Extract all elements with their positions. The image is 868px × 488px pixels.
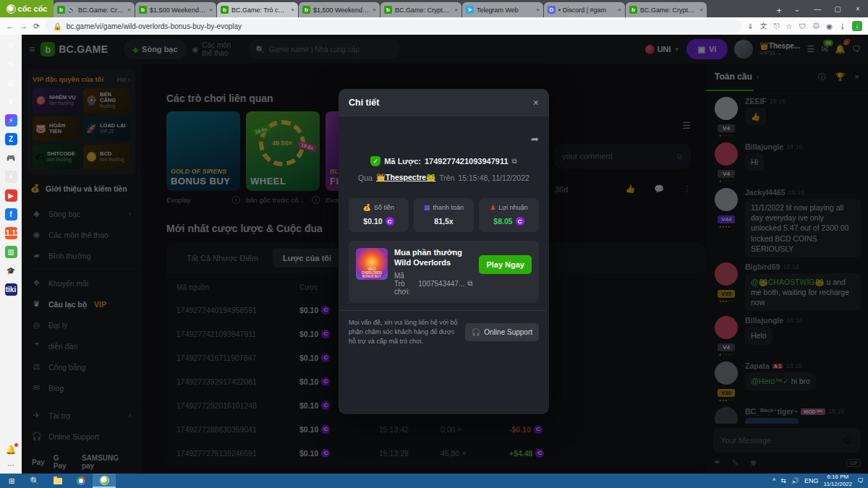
toolbar-icon[interactable]: ⭳ bbox=[839, 22, 846, 30]
tab-close-icon[interactable]: × bbox=[373, 7, 376, 13]
verified-shield-icon: ✓ bbox=[370, 156, 380, 166]
start-button[interactable]: ⊞ bbox=[0, 474, 23, 488]
new-tab-button[interactable]: + bbox=[771, 3, 787, 17]
reload-button[interactable]: ⟳ bbox=[33, 22, 40, 31]
network-icon[interactable]: ⇆ bbox=[780, 477, 786, 484]
coccoc-logo-icon bbox=[7, 4, 16, 14]
tab-title: $1,500 Weekend Evo bbox=[150, 7, 206, 14]
tab-audio-icon[interactable]: 🔊 bbox=[68, 7, 75, 13]
idm-download-icon[interactable]: ↓ bbox=[852, 21, 862, 31]
tab-title: BC.Game: Crypto Ca bbox=[640, 7, 697, 14]
browser-tab[interactable]: b 🔊 BC.Game: Crypto × bbox=[54, 2, 135, 17]
bet-details-modal: Chi tiết × ➦ ✓ Mã Lược: 1749277421093947… bbox=[339, 89, 549, 414]
tab-close-icon[interactable]: × bbox=[454, 7, 458, 13]
tab-title: BC.Game: Crypto bbox=[78, 7, 124, 14]
tab-search-icon[interactable]: ⌄ bbox=[787, 5, 807, 13]
window-controls: ⌄ — ▢ × bbox=[787, 0, 868, 17]
tab-title: • Discord | #gam bbox=[558, 7, 615, 14]
side-rail-icon[interactable]: ▤ bbox=[5, 77, 17, 89]
more-icon[interactable]: ⋯ bbox=[7, 461, 14, 469]
forward-button[interactable]: → bbox=[20, 22, 27, 30]
tab-title: Telegram Web bbox=[477, 7, 533, 14]
side-rail-icon[interactable]: ⚡ bbox=[5, 114, 17, 127]
tab-close-icon[interactable]: × bbox=[127, 7, 131, 13]
modal-title: Chi tiết bbox=[349, 98, 379, 108]
side-rail-icon[interactable]: Z bbox=[5, 133, 17, 145]
file-explorer-icon[interactable] bbox=[46, 474, 69, 488]
online-support-button[interactable]: 🎧 Online Support bbox=[465, 323, 539, 341]
toolbar-icon[interactable]: 🛡 bbox=[799, 22, 807, 30]
close-window-button[interactable]: × bbox=[848, 5, 868, 13]
modal-close-icon[interactable]: × bbox=[533, 97, 539, 108]
volume-icon[interactable]: 🔊 bbox=[791, 477, 799, 484]
side-rail-icon[interactable]: ♛ bbox=[5, 95, 17, 108]
tab-close-icon[interactable]: × bbox=[618, 7, 621, 13]
minimize-button[interactable]: — bbox=[807, 5, 827, 13]
side-rail-icon[interactable]: + bbox=[5, 171, 17, 183]
browser-tab[interactable]: b BC.Game: Crypto Ca × bbox=[380, 2, 461, 17]
share-icon[interactable]: ➦ bbox=[531, 134, 539, 145]
coccoc-brand-button[interactable]: cốc cốc bbox=[0, 0, 54, 17]
side-rail-icon[interactable]: ▥ bbox=[5, 246, 17, 258]
toolbar-icon[interactable]: ⇓ bbox=[747, 22, 753, 30]
stat-icon: 💰 bbox=[363, 204, 371, 211]
player-name[interactable]: 👑Thespectre🐸 bbox=[376, 173, 435, 182]
copy-icon[interactable]: ⧉ bbox=[467, 279, 472, 288]
toolbar-icon[interactable]: 文 bbox=[760, 21, 767, 31]
tab-close-icon[interactable]: × bbox=[291, 7, 294, 13]
side-rail-icon[interactable]: f bbox=[5, 208, 17, 221]
browser-tab[interactable]: D • Discord | #gam × bbox=[544, 2, 625, 17]
browser-tab[interactable]: b BC.Game: Crypto Ca × bbox=[626, 2, 707, 17]
copy-icon[interactable]: ⧉ bbox=[512, 157, 517, 166]
stat-icon: ▦ bbox=[424, 204, 430, 211]
side-rail-icon[interactable]: 🎮 bbox=[5, 152, 17, 164]
tab-favicon: ➤ bbox=[466, 6, 474, 14]
browser-tab[interactable]: ➤ Telegram Web × bbox=[462, 2, 543, 17]
toolbar-icon[interactable]: ۞ bbox=[813, 22, 820, 30]
address-bar[interactable]: 🔒 bc.game/vi/game/wild-overlords-bonus-b… bbox=[46, 20, 741, 33]
side-rail-icon[interactable]: tiki bbox=[5, 283, 17, 296]
side-rail-icon[interactable]: ⚙ bbox=[5, 39, 17, 51]
play-now-button[interactable]: Play Ngay bbox=[479, 255, 532, 274]
side-rail-icon[interactable]: 🎓 bbox=[5, 265, 17, 277]
back-button[interactable]: ← bbox=[6, 22, 14, 30]
tab-favicon: b bbox=[57, 6, 65, 14]
game-thumbnail[interactable]: WILD OVERLORDS BONUS BUY bbox=[356, 248, 388, 280]
maximize-button[interactable]: ▢ bbox=[827, 5, 848, 13]
coin-icon: C bbox=[516, 217, 524, 226]
coccoc-taskbar-icon[interactable] bbox=[93, 474, 116, 488]
coccoc-brand-label: cốc cốc bbox=[18, 4, 48, 13]
tab-close-icon[interactable]: × bbox=[699, 7, 703, 13]
padlock-icon[interactable]: 🔒 bbox=[53, 22, 61, 30]
side-rail-icon[interactable]: 11.11 bbox=[5, 227, 17, 239]
browser-tabs: b 🔊 BC.Game: Crypto × b $1,500 Weekend E… bbox=[54, 0, 771, 17]
browser-toolbar: ← → ⟳ 🔒 bc.game/vi/game/wild-overlords-b… bbox=[0, 17, 868, 35]
browser-tab[interactable]: b $1,500 Weekend Evo × bbox=[135, 2, 216, 17]
stat-card: ♟Lợi nhuận $8.05C bbox=[479, 198, 539, 232]
tab-title: BC.Game: Crypto Ca bbox=[395, 7, 451, 14]
tab-favicon: b bbox=[302, 6, 310, 14]
browser-tabstrip: cốc cốc b 🔊 BC.Game: Crypto × b $1,500 W… bbox=[0, 0, 868, 17]
action-center-icon[interactable]: 🗨 bbox=[857, 477, 864, 484]
toolbar-icon[interactable]: ◉ bbox=[826, 22, 833, 30]
tray-chevron-icon[interactable]: ^ bbox=[773, 477, 775, 484]
game-info-card: WILD OVERLORDS BONUS BUY Mua phần thưởng… bbox=[349, 241, 539, 303]
clock[interactable]: 6:16 PM 11/12/2022 bbox=[824, 474, 852, 487]
headphones-icon: 🎧 bbox=[472, 328, 480, 336]
tab-title: BC.Game: Trò chơi s bbox=[231, 7, 288, 14]
game-code: 1007543447... bbox=[418, 280, 464, 288]
notifications-bell-icon[interactable]: 🔔 bbox=[6, 445, 17, 455]
tab-close-icon[interactable]: × bbox=[536, 7, 540, 13]
toolbar-icon[interactable]: ☆ bbox=[786, 22, 793, 30]
chrome-icon[interactable] bbox=[69, 474, 93, 488]
browser-tab[interactable]: b BC.Game: Trò chơi s × bbox=[217, 2, 298, 17]
language-indicator[interactable]: ENG bbox=[804, 477, 819, 484]
tab-close-icon[interactable]: × bbox=[209, 7, 213, 13]
bet-id-value: 1749277421093947911 bbox=[425, 157, 509, 166]
tab-favicon: b bbox=[221, 6, 229, 14]
browser-tab[interactable]: b $1,500 Weekend Evo × bbox=[299, 2, 380, 17]
side-rail-icon[interactable]: ▶ bbox=[5, 189, 17, 202]
side-rail-icon[interactable]: ⟲ bbox=[5, 58, 17, 70]
toolbar-icon[interactable]: ⎋ bbox=[774, 22, 780, 30]
taskbar-search-icon[interactable]: 🔍 bbox=[23, 474, 46, 488]
